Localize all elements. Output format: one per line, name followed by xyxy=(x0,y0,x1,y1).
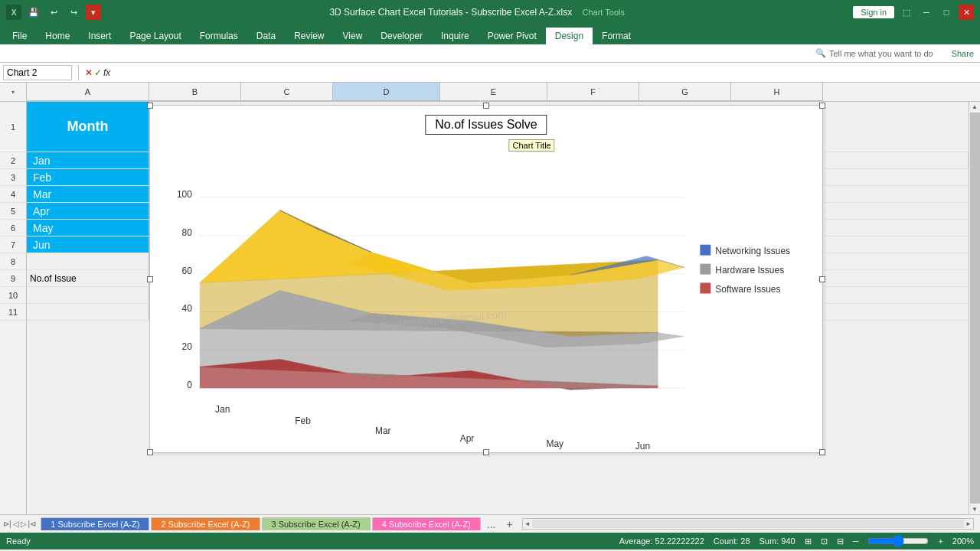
row-header-3[interactable]: 3 xyxy=(0,169,26,186)
tab-design[interactable]: Design xyxy=(546,28,593,44)
col-header-h[interactable]: H xyxy=(731,83,823,101)
nav-last[interactable]: |⊲ xyxy=(28,520,37,528)
cell-a9[interactable]: No.of Issue xyxy=(27,270,149,286)
zoom-out-button[interactable]: ─ xyxy=(853,536,859,546)
row-header-8[interactable]: 8 xyxy=(0,253,26,270)
add-sheet-button[interactable]: + xyxy=(502,517,518,532)
share-button[interactable]: Share xyxy=(952,49,974,58)
cell-a1[interactable]: Month xyxy=(27,102,149,152)
redo-button[interactable]: ↪ xyxy=(66,5,81,20)
svg-text:May: May xyxy=(546,439,564,449)
close-button[interactable]: ✕ xyxy=(959,5,974,20)
more-sheets-button[interactable]: ... xyxy=(482,517,501,532)
scroll-up-button[interactable]: ▲ xyxy=(970,102,979,112)
svg-text:60: 60 xyxy=(182,266,193,276)
row-header-5[interactable]: 5 xyxy=(0,203,26,220)
excel-icon: X xyxy=(6,5,21,20)
cell-a6[interactable]: May xyxy=(27,220,149,236)
tab-home[interactable]: Home xyxy=(36,28,79,44)
tab-inquire[interactable]: Inquire xyxy=(432,28,479,44)
tab-power-pivot[interactable]: Power Pivot xyxy=(479,28,546,44)
chart-container[interactable]: No.of Issues Solve Chart Title 100 80 60… xyxy=(149,105,823,453)
row-header-6[interactable]: 6 xyxy=(0,220,26,236)
handle-tr[interactable] xyxy=(819,103,825,109)
tab-file[interactable]: File xyxy=(3,28,36,44)
handle-tc[interactable] xyxy=(483,103,489,109)
nav-prev[interactable]: ◁ xyxy=(13,520,19,528)
col-header-c[interactable]: C xyxy=(241,83,333,101)
cell-a10[interactable] xyxy=(27,287,149,303)
scroll-down-button[interactable]: ▼ xyxy=(970,504,979,514)
col-header-a[interactable]: A xyxy=(27,83,149,101)
scroll-left-button[interactable]: ◄ xyxy=(523,520,532,527)
row-header-10[interactable]: 10 xyxy=(0,287,26,304)
sheet-tab-2[interactable]: 2 Subscribe Excel (A-Z) xyxy=(151,517,260,530)
cell-a3[interactable]: Feb xyxy=(27,169,149,185)
chart-title-tooltip: Chart Title xyxy=(509,139,555,152)
tab-insert[interactable]: Insert xyxy=(79,28,120,44)
nav-next[interactable]: ▷ xyxy=(21,520,27,528)
scroll-right-button[interactable]: ► xyxy=(964,520,973,527)
grid-view-icon[interactable]: ⊞ xyxy=(805,536,812,546)
sheet-tab-1[interactable]: 1 Subscribe Excel (A-Z) xyxy=(41,517,149,530)
function-icon[interactable]: fx xyxy=(103,67,110,78)
horizontal-scrollbar[interactable]: ◄ ► xyxy=(522,518,974,530)
col-header-d[interactable]: D xyxy=(333,83,440,101)
ribbon-tabs: File Home Insert Page Layout Formulas Da… xyxy=(0,24,980,44)
tab-formulas[interactable]: Formulas xyxy=(191,28,247,44)
handle-tl[interactable] xyxy=(147,103,153,109)
sheet-tab-4[interactable]: 4 Subscribe Excel (A-Z) xyxy=(372,517,481,530)
undo-button[interactable]: ↩ xyxy=(46,5,61,20)
row-header-2[interactable]: 2 xyxy=(0,152,26,169)
nav-first[interactable]: ⊳| xyxy=(3,520,11,528)
cell-a4[interactable]: Mar xyxy=(27,186,149,202)
tab-view[interactable]: View xyxy=(334,28,372,44)
row-header-9[interactable]: 9 xyxy=(0,270,26,287)
vertical-scrollbar[interactable]: ▲ ▼ xyxy=(969,102,980,514)
cell-a7[interactable]: Jun xyxy=(27,236,149,253)
col-header-b[interactable]: B xyxy=(149,83,241,101)
tab-review[interactable]: Review xyxy=(285,28,333,44)
tab-data[interactable]: Data xyxy=(247,28,285,44)
cell-a11[interactable] xyxy=(27,304,149,320)
save-button[interactable]: 💾 xyxy=(26,5,41,20)
formula-bar: ✕ ✓ fx xyxy=(0,63,980,83)
ribbon-content: 🔍 Tell me what you want to do Share xyxy=(0,44,980,63)
page-layout-icon[interactable]: ⊡ xyxy=(821,536,828,546)
tab-page-layout[interactable]: Page Layout xyxy=(120,28,190,44)
cancel-icon[interactable]: ✕ xyxy=(85,67,93,78)
scroll-thumb[interactable] xyxy=(970,112,980,504)
row-header-1[interactable]: 1 xyxy=(0,102,26,152)
col-header-e[interactable]: E xyxy=(440,83,547,101)
name-box[interactable] xyxy=(3,65,72,80)
cell-a8[interactable] xyxy=(27,253,149,269)
zoom-in-button[interactable]: + xyxy=(938,536,942,546)
hscroll-thumb[interactable] xyxy=(532,520,964,528)
confirm-icon[interactable]: ✓ xyxy=(94,67,102,78)
cell-a5[interactable]: Apr xyxy=(27,203,149,219)
chart-svg: 100 80 60 40 20 0 xyxy=(150,152,822,452)
maximize-button[interactable]: □ xyxy=(939,5,954,20)
tab-format[interactable]: Format xyxy=(593,28,640,44)
zoom-slider[interactable] xyxy=(867,535,929,547)
sheet-tab-3[interactable]: 3 Subscribe Excel (A-Z) xyxy=(262,517,371,530)
customize-button[interactable]: ▾ xyxy=(86,5,101,20)
select-all-icon[interactable]: ▾ xyxy=(11,89,15,96)
row-header-7[interactable]: 7 xyxy=(0,236,26,253)
title-bar-left: X 💾 ↩ ↪ ▾ xyxy=(6,5,101,20)
sign-in-button[interactable]: Sign in xyxy=(853,6,894,18)
col-header-g[interactable]: G xyxy=(639,83,731,101)
svg-text:80: 80 xyxy=(182,227,193,238)
chart-title-box[interactable]: No.of Issues Solve xyxy=(425,115,547,135)
cell-a2[interactable]: Jan xyxy=(27,152,149,168)
page-break-icon[interactable]: ⊟ xyxy=(837,536,844,546)
row-header-11[interactable]: 11 xyxy=(0,304,26,321)
row-header-4[interactable]: 4 xyxy=(0,186,26,203)
minimize-button[interactable]: ─ xyxy=(919,5,934,20)
sheet-nav[interactable]: ⊳| ◁ ▷ |⊲ xyxy=(3,520,36,528)
ribbon-toggle-button[interactable]: ⬚ xyxy=(899,5,914,20)
tab-developer[interactable]: Developer xyxy=(371,28,432,44)
col-header-f[interactable]: F xyxy=(547,83,639,101)
legend-networking-swatch xyxy=(700,245,710,256)
formula-input[interactable] xyxy=(113,67,977,78)
